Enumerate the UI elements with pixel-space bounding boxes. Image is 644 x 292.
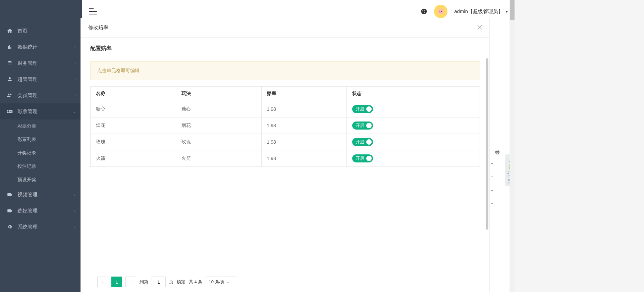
svg-point-12 xyxy=(440,12,441,13)
cell-rate[interactable]: 1.98 xyxy=(261,101,347,117)
sidebar-item-admin[interactable]: 超管管理 › xyxy=(0,71,82,87)
page-prev-button[interactable]: ‹ xyxy=(97,277,108,287)
cell-play[interactable]: 玫瑰 xyxy=(176,134,261,150)
chevron-right-icon: › xyxy=(74,225,75,229)
chevron-down-icon: ⌄ xyxy=(73,110,75,113)
sidebar-item-label: 选妃管理 xyxy=(17,208,74,214)
home-icon xyxy=(7,28,13,34)
total-label: 共 4 条 xyxy=(189,279,202,285)
bg-row-actions xyxy=(491,163,495,204)
cell-status: 开启 xyxy=(347,134,480,150)
page-number-button[interactable]: 1 xyxy=(111,277,122,287)
sidebar-item-label: 系统管理 xyxy=(17,224,74,230)
chevron-right-icon: › xyxy=(74,193,75,197)
goto-label: 到第 xyxy=(140,279,148,285)
chevron-down-icon: ⌄ xyxy=(227,280,229,284)
print-button[interactable] xyxy=(491,147,504,157)
modal-scrollbar[interactable] xyxy=(486,58,488,236)
confirm-button[interactable]: 确定 xyxy=(177,279,185,285)
user-dropdown[interactable]: admin【超级管理员】 ▼ xyxy=(454,8,508,15)
cell-name[interactable]: 糖心 xyxy=(91,101,176,117)
sidebar-item-label: 首页 xyxy=(17,28,75,34)
svg-point-10 xyxy=(440,11,440,12)
col-status: 状态 xyxy=(347,87,480,101)
chart-icon xyxy=(7,44,13,50)
table-row: 火箭火箭1.98开启 xyxy=(91,150,480,167)
sidebar-sub-category[interactable]: 彩票分类 xyxy=(0,119,82,133)
modal-close-button[interactable] xyxy=(477,24,482,31)
menu-toggle-button[interactable] xyxy=(89,8,97,15)
cell-play[interactable]: 烟花 xyxy=(176,117,261,134)
svg-point-8 xyxy=(439,8,440,10)
chevron-right-icon: › xyxy=(74,61,75,65)
user-label-text: admin【超级管理员】 xyxy=(454,8,503,15)
video-icon xyxy=(7,192,13,198)
table-row: 糖心糖心1.98开启 xyxy=(91,101,480,117)
sidebar-item-finance[interactable]: 财务管理 › xyxy=(0,55,82,71)
status-toggle[interactable]: 开启 xyxy=(352,105,373,113)
page-label: 页 xyxy=(169,279,173,285)
sidebar-item-video[interactable]: 视频管理 › xyxy=(0,187,82,203)
status-toggle[interactable]: 开启 xyxy=(352,154,373,162)
cell-name[interactable]: 玫瑰 xyxy=(91,134,176,150)
modal-body: 配置赔率 点击单元格即可编辑 名称 玩法 赔率 状态 糖心糖心1.98开启烟花烟… xyxy=(81,38,489,292)
user-icon xyxy=(7,76,13,82)
pagination: ‹ 1 › 到第 页 确定 共 4 条 10 条/页 ⌄ xyxy=(87,272,502,292)
gamepad-icon xyxy=(7,108,13,114)
sidebar-item-label: 会员管理 xyxy=(17,92,74,99)
sidebar-sub-list[interactable]: 彩票列表 xyxy=(0,133,82,146)
sidebar-item-label: 视频管理 xyxy=(17,192,74,198)
svg-point-6 xyxy=(424,12,425,13)
chevron-right-icon: › xyxy=(74,45,75,49)
caret-down-icon: ▼ xyxy=(505,10,508,13)
sidebar-item-lottery[interactable]: 彩票管理 ⌄ xyxy=(0,103,82,119)
gear-icon xyxy=(7,224,13,230)
svg-point-11 xyxy=(441,11,442,12)
cell-rate[interactable]: 1.98 xyxy=(261,117,347,134)
sidebar-item-label: 超管管理 xyxy=(17,76,74,83)
tip-box: 点击单元格即可编辑 xyxy=(90,61,480,80)
odds-table: 名称 玩法 赔率 状态 糖心糖心1.98开启烟花烟花1.98开启玫瑰玫瑰1.98… xyxy=(90,86,480,167)
sidebar-item-members[interactable]: 会员管理 › xyxy=(0,87,82,103)
cell-name[interactable]: 烟花 xyxy=(91,117,176,134)
cell-play[interactable]: 火箭 xyxy=(176,150,261,167)
sidebar-item-stats[interactable]: 数据统计 › xyxy=(0,39,82,55)
svg-point-5 xyxy=(424,10,425,11)
col-rate: 赔率 xyxy=(261,87,347,101)
sidebar-sub-draw[interactable]: 开奖记录 xyxy=(0,146,82,160)
svg-point-7 xyxy=(438,10,443,14)
chevron-right-icon: › xyxy=(74,78,75,81)
sidebar-item-label: 彩票管理 xyxy=(17,108,73,115)
sidebar-item-home[interactable]: 首页 xyxy=(0,23,82,39)
avatar[interactable] xyxy=(434,5,447,18)
video-icon xyxy=(7,208,13,214)
sidebar-item-select[interactable]: 选妃管理 › xyxy=(0,203,82,219)
cell-rate[interactable]: 1.98 xyxy=(261,134,347,150)
svg-point-4 xyxy=(422,10,423,11)
status-toggle[interactable]: 开启 xyxy=(352,121,373,130)
modal-header: 修改赔率 xyxy=(81,18,489,38)
sidebar-item-system[interactable]: 系统管理 › xyxy=(0,219,82,235)
cell-play[interactable]: 糖心 xyxy=(176,101,261,117)
sidebar-sub-bet[interactable]: 投注记录 xyxy=(0,160,82,173)
table-row: 烟花烟花1.98开启 xyxy=(91,117,480,134)
bank-icon xyxy=(7,60,13,66)
page-scrollbar[interactable] xyxy=(509,0,515,292)
col-name: 名称 xyxy=(91,87,176,101)
page-next-button[interactable]: › xyxy=(125,277,136,287)
modal-edit-odds: 修改赔率 配置赔率 点击单元格即可编辑 名称 玩法 赔率 状态 糖心糖心1.98… xyxy=(80,18,490,292)
page-input[interactable] xyxy=(152,277,166,287)
per-page-select[interactable]: 10 条/页 ⌄ xyxy=(206,277,237,287)
theme-icon[interactable] xyxy=(421,8,427,15)
cell-rate[interactable]: 1.98 xyxy=(261,150,347,167)
cell-name[interactable]: 火箭 xyxy=(91,150,176,167)
svg-point-3 xyxy=(421,9,427,14)
col-play: 玩法 xyxy=(176,87,261,101)
sidebar-sub-preset[interactable]: 预设开奖 xyxy=(0,173,82,187)
sidebar: 首页 数据统计 › 财务管理 › 超管管理 › 会员管理 › 彩票管理 ⌄ 彩票… xyxy=(0,0,82,292)
status-toggle[interactable]: 开启 xyxy=(352,138,373,146)
sidebar-item-label: 数据统计 xyxy=(17,44,74,50)
chevron-right-icon: › xyxy=(74,94,75,97)
sidebar-item-label: 财务管理 xyxy=(17,60,74,66)
cell-status: 开启 xyxy=(347,101,480,117)
